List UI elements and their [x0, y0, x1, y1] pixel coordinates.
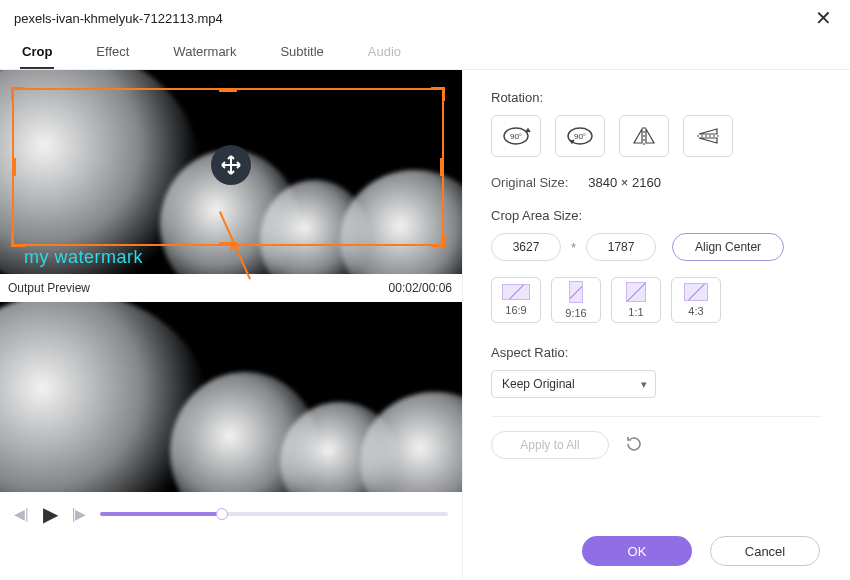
crop-height-input[interactable]: [586, 233, 656, 261]
rotate-ccw-button[interactable]: 90°: [555, 115, 605, 157]
crop-width-input[interactable]: [491, 233, 561, 261]
ratio-label: 1:1: [628, 306, 643, 318]
rotate-cw-button[interactable]: 90°: [491, 115, 541, 157]
settings-panel: Rotation: 90° 90° Original Size: 3840 × …: [462, 70, 850, 580]
prev-frame-icon[interactable]: ◀|: [14, 506, 29, 522]
output-preview-label: Output Preview: [8, 281, 90, 295]
move-handle-icon[interactable]: [211, 145, 251, 185]
tab-audio: Audio: [366, 40, 403, 69]
aspect-ratio-value: Keep Original: [502, 377, 575, 391]
preview-panel: my watermark Output Preview 00:02/00:06 …: [0, 70, 462, 580]
align-center-button[interactable]: Align Center: [672, 233, 784, 261]
aspect-ratio-select[interactable]: Keep Original: [491, 370, 656, 398]
rotation-label: Rotation:: [491, 90, 822, 105]
window-title: pexels-ivan-khmelyuk-7122113.mp4: [14, 11, 223, 26]
seek-thumb[interactable]: [216, 508, 228, 520]
cancel-button[interactable]: Cancel: [710, 536, 820, 566]
tab-effect[interactable]: Effect: [94, 40, 131, 69]
crop-area-label: Crop Area Size:: [491, 208, 822, 223]
aspect-ratio-label: Aspect Ratio:: [491, 345, 822, 360]
crop-preview[interactable]: my watermark: [0, 70, 462, 274]
next-frame-icon[interactable]: |▶: [72, 506, 87, 522]
ratio-label: 4:3: [688, 305, 703, 317]
original-size-label: Original Size:: [491, 175, 568, 190]
ratio-label: 9:16: [565, 307, 586, 319]
ratio-9-16-button[interactable]: 9:16: [551, 277, 601, 323]
tab-watermark[interactable]: Watermark: [171, 40, 238, 69]
ratio-1-1-button[interactable]: 1:1: [611, 277, 661, 323]
tab-subtitle[interactable]: Subtitle: [278, 40, 325, 69]
svg-text:90°: 90°: [510, 132, 522, 141]
svg-text:90°: 90°: [574, 132, 586, 141]
original-size-value: 3840 × 2160: [588, 175, 661, 190]
timecode: 00:02/00:06: [389, 281, 452, 295]
ratio-4-3-button[interactable]: 4:3: [671, 277, 721, 323]
seek-bar[interactable]: [100, 512, 448, 516]
ratio-label: 16:9: [505, 304, 526, 316]
flip-horizontal-button[interactable]: [619, 115, 669, 157]
playback-controls: ◀| ▶ |▶: [0, 492, 462, 526]
dialog-footer: OK Cancel: [582, 536, 820, 566]
crop-rectangle[interactable]: [12, 88, 444, 246]
tab-crop[interactable]: Crop: [20, 40, 54, 69]
ok-button[interactable]: OK: [582, 536, 692, 566]
titlebar: pexels-ivan-khmelyuk-7122113.mp4 ✕: [0, 0, 850, 34]
ratio-16-9-button[interactable]: 16:9: [491, 277, 541, 323]
play-icon[interactable]: ▶: [43, 502, 58, 526]
reset-icon[interactable]: [625, 435, 645, 455]
close-icon[interactable]: ✕: [811, 6, 836, 30]
flip-vertical-button[interactable]: [683, 115, 733, 157]
apply-to-all-button[interactable]: Apply to All: [491, 431, 609, 459]
multiply-symbol: *: [571, 240, 576, 255]
tabs: Crop Effect Watermark Subtitle Audio: [0, 34, 850, 70]
watermark-text: my watermark: [24, 247, 143, 268]
output-preview: [0, 302, 462, 492]
